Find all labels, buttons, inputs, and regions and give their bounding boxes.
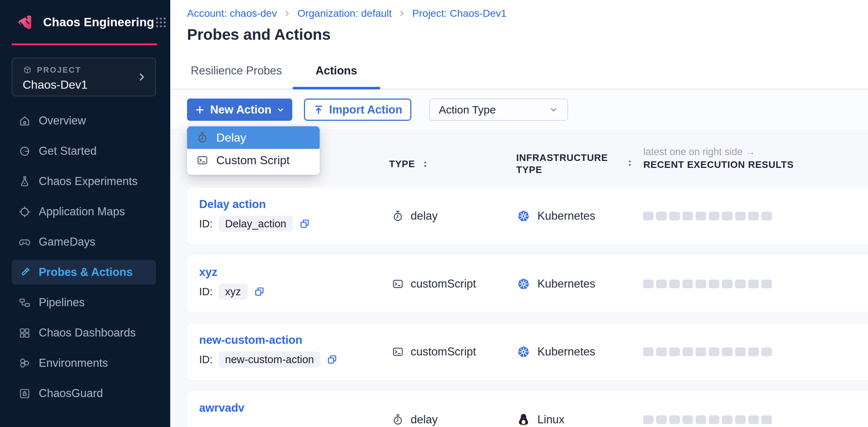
- sort-icon[interactable]: [420, 159, 430, 169]
- tube-icon: [18, 266, 31, 279]
- home-icon: [18, 115, 31, 127]
- execution-result-placeholder: [748, 415, 759, 424]
- project-label: PROJECT: [37, 65, 81, 75]
- action-type-cell: customScript: [392, 323, 476, 380]
- sidebar-item-label: ChaosGuard: [39, 387, 103, 400]
- execution-result-placeholder: [656, 212, 667, 220]
- sort-icon[interactable]: [625, 158, 635, 168]
- execution-result-placeholder: [761, 347, 772, 356]
- action-name-link[interactable]: Delay action: [199, 198, 266, 211]
- tab-resilience-probes[interactable]: Resilience Probes: [191, 53, 282, 89]
- execution-result-placeholder: [709, 280, 719, 288]
- toolbar: New Action Import Action Action Type: [170, 89, 868, 130]
- execution-result-placeholder: [682, 280, 693, 288]
- execution-result-placeholder: [656, 280, 667, 288]
- chevron-down-icon: [549, 105, 559, 115]
- infrastructure-value: Kubernetes: [537, 277, 595, 291]
- execution-result-placeholder: [696, 212, 706, 220]
- action-name-link[interactable]: xyz: [199, 266, 217, 279]
- import-action-button[interactable]: Import Action: [304, 99, 411, 121]
- main-content: Account: chaos-devOrganization: defaultP…: [170, 0, 868, 427]
- sidebar-item-label: Application Maps: [39, 205, 125, 218]
- action-id-row: ID: Delay_action: [199, 216, 311, 232]
- table-row: Delay action ID: Delay_action delay Kube…: [187, 188, 868, 245]
- infrastructure-icon: [516, 345, 531, 359]
- recent-execution-results: [643, 391, 772, 427]
- breadcrumb-separator-icon: [283, 9, 291, 18]
- execution-result-placeholder: [761, 280, 772, 288]
- start-icon: [18, 145, 31, 158]
- upload-icon: [313, 104, 324, 115]
- menu-item-delay[interactable]: Delay: [187, 126, 320, 149]
- new-action-label: New Action: [210, 103, 271, 116]
- execution-result-placeholder: [643, 212, 654, 220]
- infrastructure-cell: Linux: [516, 391, 564, 427]
- page-title: Probes and Actions: [187, 26, 331, 43]
- execution-result-placeholder: [735, 415, 746, 424]
- sidebar-item-label: Environments: [39, 357, 108, 370]
- action-id-chip: xyz: [218, 284, 248, 300]
- infrastructure-icon: [516, 277, 531, 291]
- execution-result-placeholder: [669, 347, 680, 356]
- table-row: new-custom-action ID: new-custom-action …: [187, 323, 868, 380]
- infrastructure-value: Linux: [537, 413, 564, 426]
- execution-result-placeholder: [709, 415, 719, 424]
- infrastructure-value: Kubernetes: [537, 345, 595, 358]
- sidebar-item-get-started[interactable]: Get Started: [12, 139, 156, 164]
- copy-icon[interactable]: [326, 354, 338, 365]
- execution-result-placeholder: [656, 347, 667, 356]
- sidebar-item-gamedays[interactable]: GameDays: [12, 230, 156, 254]
- menu-item-label: Custom Script: [216, 154, 290, 167]
- recent-execution-results: [643, 255, 772, 312]
- sidebar-item-environments[interactable]: Environments: [12, 351, 156, 376]
- env-icon: [18, 357, 31, 370]
- brand-accent-line: [12, 43, 157, 45]
- breadcrumb-link-project-chaos-dev1[interactable]: Project: Chaos-Dev1: [412, 8, 506, 19]
- execution-result-placeholder: [696, 415, 706, 424]
- sidebar-item-probes-actions[interactable]: Probes & Actions: [12, 260, 156, 285]
- sidebar-item-pipelines[interactable]: Pipelines: [12, 290, 156, 315]
- execution-result-placeholder: [709, 347, 719, 356]
- breadcrumb-link-organization-default[interactable]: Organization: default: [297, 8, 392, 19]
- execution-result-placeholder: [669, 280, 680, 288]
- type-header-label: TYPE: [389, 158, 415, 170]
- sidebar-item-label: Get Started: [39, 145, 97, 158]
- terminal-icon: [196, 154, 209, 166]
- action-id-row: ID: xyz: [199, 284, 265, 300]
- tab-bar: Resilience ProbesActions: [170, 53, 868, 89]
- new-action-button[interactable]: New Action: [187, 99, 292, 121]
- sidebar-item-chaos-dashboards[interactable]: Chaos Dashboards: [12, 320, 156, 345]
- action-type-cell: customScript: [392, 255, 476, 312]
- breadcrumb-link-account-chaos-dev[interactable]: Account: chaos-dev: [187, 8, 277, 19]
- app-grid-icon[interactable]: [154, 16, 168, 29]
- table-row: xyz ID: xyz customScript Kubernetes: [187, 255, 868, 312]
- table-row: awrvadv delay Linux: [187, 391, 868, 427]
- execution-result-placeholder: [722, 415, 732, 424]
- execution-result-placeholder: [722, 280, 732, 288]
- copy-icon[interactable]: [254, 286, 265, 297]
- plus-icon: [194, 104, 205, 115]
- sidebar-item-label: Chaos Dashboards: [39, 326, 136, 339]
- sidebar-item-overview[interactable]: Overview: [12, 108, 156, 133]
- recent-execution-results: [643, 323, 772, 380]
- execution-result-placeholder: [748, 212, 759, 220]
- id-label: ID:: [199, 354, 213, 366]
- action-id-chip: Delay_action: [218, 216, 293, 232]
- new-action-dropdown-menu: DelayCustom Script: [187, 126, 320, 175]
- sidebar-item-chaos-experiments[interactable]: Chaos Experiments: [12, 169, 156, 194]
- action-name-link[interactable]: awrvadv: [199, 401, 244, 415]
- sidebar-item-label: Chaos Experiments: [39, 175, 138, 188]
- sidebar-item-chaosguard[interactable]: ChaosGuard: [12, 381, 156, 406]
- project-selector[interactable]: PROJECT Chaos-Dev1: [12, 58, 156, 96]
- execution-result-placeholder: [682, 212, 693, 220]
- copy-icon[interactable]: [299, 218, 311, 230]
- execution-result-placeholder: [643, 280, 654, 288]
- action-name-link[interactable]: new-custom-action: [199, 334, 302, 347]
- tab-actions[interactable]: Actions: [316, 53, 357, 89]
- infrastructure-cell: Kubernetes: [516, 255, 595, 312]
- menu-item-custom-script[interactable]: Custom Script: [187, 149, 320, 172]
- action-type-select[interactable]: Action Type: [429, 99, 568, 121]
- infrastructure-cell: Kubernetes: [516, 323, 595, 380]
- type-icon: [392, 346, 404, 358]
- sidebar-item-application-maps[interactable]: Application Maps: [12, 199, 156, 224]
